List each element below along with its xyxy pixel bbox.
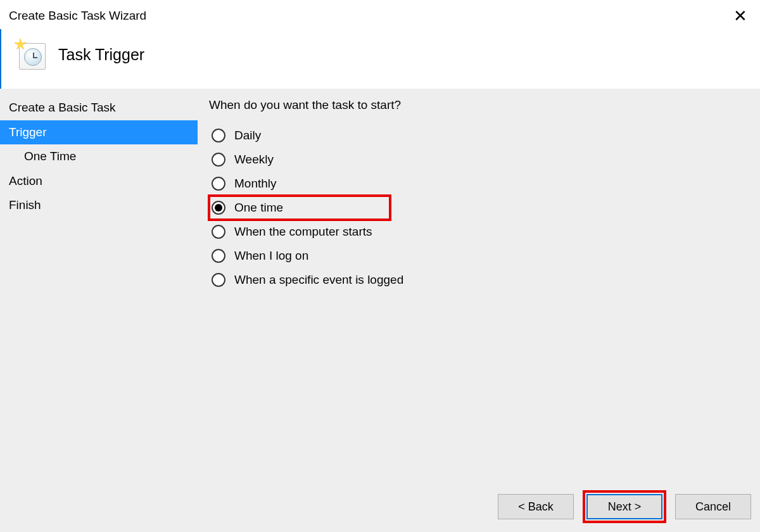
radio-icon[interactable] [212, 201, 225, 215]
back-button-wrap: < Back [498, 494, 574, 519]
close-icon[interactable]: ✕ [730, 8, 751, 24]
sidebar-item-label: Finish [9, 198, 41, 212]
header-strip: Task Trigger [0, 29, 760, 89]
wizard-steps-sidebar: Create a Basic TaskTriggerOne TimeAction… [0, 89, 198, 532]
cancel-button[interactable]: Cancel [675, 494, 751, 519]
trigger-option-daily[interactable]: Daily [209, 124, 751, 148]
trigger-options: DailyWeeklyMonthlyOne timeWhen the compu… [209, 124, 751, 292]
trigger-prompt: When do you want the task to start? [209, 98, 751, 112]
sidebar-item-label: Create a Basic Task [9, 101, 116, 114]
trigger-option-when-a-specific-event-is-logged[interactable]: When a specific event is logged [209, 268, 751, 292]
sidebar-item-one-time[interactable]: One Time [0, 144, 198, 169]
wizard-footer: < Back Next > Cancel [498, 490, 751, 523]
back-button[interactable]: < Back [498, 494, 574, 519]
trigger-option-weekly[interactable]: Weekly [209, 148, 751, 172]
sidebar-item-finish[interactable]: Finish [0, 193, 198, 218]
option-label: One time [234, 201, 283, 215]
window-title: Create Basic Task Wizard [9, 8, 146, 23]
option-label: Monthly [234, 177, 277, 191]
wizard-window: Create Basic Task Wizard ✕ Task Trigger … [0, 0, 760, 532]
radio-icon[interactable] [212, 225, 225, 239]
radio-icon[interactable] [212, 273, 225, 287]
main-panel: When do you want the task to start? Dail… [198, 89, 760, 532]
trigger-option-one-time[interactable]: One time [209, 196, 390, 220]
scheduler-wizard-icon [15, 39, 46, 70]
radio-icon[interactable] [212, 129, 225, 142]
sidebar-item-create-a-basic-task[interactable]: Create a Basic Task [0, 96, 198, 120]
sidebar-item-label: Trigger [9, 125, 46, 139]
option-label: When I log on [234, 249, 308, 263]
sidebar-item-label: One Time [24, 149, 76, 163]
radio-icon[interactable] [212, 177, 225, 191]
option-label: When a specific event is logged [234, 273, 403, 287]
trigger-option-when-the-computer-starts[interactable]: When the computer starts [209, 220, 751, 244]
next-button[interactable]: Next > [586, 494, 662, 519]
trigger-option-monthly[interactable]: Monthly [209, 172, 751, 196]
option-label: Daily [234, 129, 261, 142]
titlebar: Create Basic Task Wizard ✕ [0, 0, 760, 29]
sidebar-item-label: Action [9, 174, 42, 187]
page-heading: Task Trigger [58, 46, 144, 64]
radio-icon[interactable] [212, 249, 225, 263]
cancel-button-wrap: Cancel [675, 494, 751, 519]
radio-icon[interactable] [212, 153, 225, 167]
body-area: Create a Basic TaskTriggerOne TimeAction… [0, 89, 760, 532]
sidebar-item-trigger[interactable]: Trigger [0, 120, 198, 145]
next-button-wrap: Next > [583, 490, 666, 523]
trigger-option-when-i-log-on[interactable]: When I log on [209, 244, 751, 268]
sidebar-item-action[interactable]: Action [0, 169, 198, 194]
option-label: When the computer starts [234, 225, 372, 239]
option-label: Weekly [234, 153, 274, 167]
